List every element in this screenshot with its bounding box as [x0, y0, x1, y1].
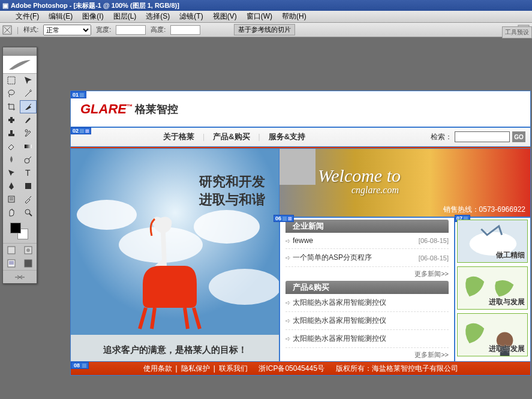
history-brush-tool[interactable] — [20, 127, 37, 140]
slice-tag-06[interactable]: 06⊠ — [273, 215, 294, 222]
dodge-tool[interactable] — [20, 153, 37, 166]
svg-rect-5 — [10, 117, 13, 123]
footer-privacy[interactable]: 隐私保护 — [180, 364, 211, 374]
zoom-tool[interactable] — [20, 206, 37, 219]
width-input[interactable] — [116, 25, 146, 35]
tool-preset-icon[interactable] — [2, 25, 12, 35]
footer-terms[interactable]: 使用条款 — [142, 364, 173, 374]
wand-tool[interactable] — [20, 87, 37, 100]
svg-point-10 — [25, 158, 29, 163]
arrow-icon: ➪ — [285, 238, 290, 244]
menu-file[interactable]: 文件(F) — [12, 10, 43, 23]
eraser-tool[interactable] — [3, 140, 20, 153]
options-bar: | 样式: 正常 宽度: 高度: 基于参考线的切片 — [0, 23, 532, 37]
app-title: Adobe Photoshop - [未标题-1 @ 100% (图层 1, R… — [11, 1, 179, 10]
nav-products[interactable]: 产品&购买 — [205, 131, 258, 142]
canvas-area[interactable]: 01 GLARE™ 格莱智控 02⊠ 关于格莱 | 产品&购买 | 服务&支持 … — [43, 47, 532, 399]
pen-tool[interactable] — [3, 179, 20, 193]
slice-tag-08[interactable]: 08 — [71, 362, 89, 369]
blur-tool[interactable] — [3, 153, 20, 166]
page-header: GLARE™ 格莱智控 — [71, 91, 530, 127]
slice-tool[interactable] — [20, 100, 37, 113]
svg-rect-19 — [9, 261, 14, 265]
style-select[interactable]: 正常 — [43, 25, 91, 35]
eyedropper-tool[interactable] — [20, 193, 37, 206]
product-item[interactable]: ➪ 太阳能热水器家用智能测控仪 — [285, 312, 449, 330]
svg-rect-9 — [25, 145, 32, 148]
hero-banner: 03 05 — [71, 149, 279, 362]
search-input[interactable] — [455, 131, 510, 142]
screen-mode-std-icon[interactable] — [3, 257, 20, 270]
footer-contact[interactable]: 联系我们 — [218, 364, 249, 374]
slice-tag-02[interactable]: 02⊠ — [71, 127, 91, 134]
hero-tagline-1: 研究和开发 — [199, 173, 265, 191]
product-item[interactable]: ➪ 太阳能热水器家用智能测控仪 — [285, 294, 449, 312]
photoshop-feather-icon — [3, 56, 37, 74]
tool-presets-panel-tab[interactable]: 工具预设 — [502, 26, 532, 38]
nav-service[interactable]: 服务&支持 — [260, 131, 314, 142]
color-swatches[interactable] — [3, 219, 37, 243]
menu-select[interactable]: 选择(S) — [142, 10, 173, 23]
side-card-3[interactable]: 进取与发展 — [457, 313, 528, 356]
side-card-1[interactable]: 做工精细 — [457, 220, 528, 263]
healing-tool[interactable] — [3, 113, 20, 127]
hand-tool[interactable] — [3, 206, 20, 219]
height-input[interactable] — [170, 25, 200, 35]
svg-rect-2 — [8, 77, 15, 84]
svg-point-8 — [25, 130, 28, 132]
gradient-tool[interactable] — [20, 140, 37, 153]
menu-view[interactable]: 视图(V) — [209, 10, 241, 23]
type-tool[interactable]: T — [20, 166, 37, 179]
svg-point-17 — [26, 248, 30, 252]
more-products-link[interactable]: 更多新闻>> — [285, 348, 449, 362]
svg-rect-20 — [25, 260, 32, 267]
hotline: 销售热线：0573-6966922 — [443, 205, 525, 215]
standard-mode-icon[interactable] — [3, 244, 20, 257]
jump-to-imageready-icon[interactable] — [3, 270, 37, 283]
svg-rect-13 — [8, 196, 14, 202]
shape-tool[interactable] — [20, 179, 37, 193]
height-label: 高度: — [151, 25, 166, 34]
brush-tool[interactable] — [20, 113, 37, 127]
marquee-tool[interactable] — [3, 74, 20, 87]
nav-about[interactable]: 关于格莱 — [155, 131, 203, 142]
path-select-tool[interactable] — [3, 166, 20, 179]
quickmask-mode-icon[interactable] — [20, 244, 37, 257]
slice-tag-01[interactable]: 01 — [71, 91, 86, 98]
crop-tool[interactable] — [3, 100, 20, 113]
menu-window[interactable]: 窗口(W) — [243, 10, 276, 23]
width-label: 宽度: — [96, 25, 111, 34]
news-section-head: 企业新闻 — [285, 220, 449, 233]
stamp-tool[interactable] — [3, 127, 20, 140]
welcome-subtitle: cnglare.com — [351, 185, 399, 196]
side-card-caption: 进取与发展 — [489, 344, 525, 354]
menu-image[interactable]: 图像(I) — [79, 10, 107, 23]
footer-icp: 浙ICP备05045445号 — [257, 364, 325, 374]
screen-mode-full-icon[interactable] — [20, 257, 37, 270]
arrow-icon: ➪ — [285, 317, 290, 324]
menu-edit[interactable]: 编辑(E) — [45, 10, 76, 23]
arrow-icon: ➪ — [285, 254, 290, 261]
more-news-link[interactable]: 更多新闻>> — [285, 267, 449, 281]
svg-point-25 — [209, 269, 279, 305]
svg-rect-7 — [8, 134, 14, 136]
product-item[interactable]: ➪ 太阳能热水器家用智能测控仪 — [285, 330, 449, 348]
notes-tool[interactable] — [3, 193, 20, 206]
news-column: 06⊠ 企业新闻 ➪ fewwe [06-08-15] ➪ 一个简单的ASP分页… — [279, 217, 455, 362]
svg-point-14 — [25, 209, 30, 214]
go-button[interactable]: GO — [512, 131, 525, 142]
side-card-2[interactable]: 进取与发展 — [457, 266, 528, 310]
news-item[interactable]: ➪ fewwe [06-08-15] — [285, 233, 449, 249]
slice-chip[interactable]: 基于参考线的切片 — [234, 24, 295, 35]
menu-help[interactable]: 帮助(H) — [278, 10, 310, 23]
news-item[interactable]: ➪ 一个简单的ASP分页程序 [06-08-15] — [285, 249, 449, 267]
welcome-title: Welcome to — [318, 166, 401, 186]
menu-filter[interactable]: 滤镜(T) — [176, 10, 206, 23]
toolbox-drag-handle[interactable] — [3, 47, 37, 56]
foreground-color-swatch[interactable] — [10, 223, 21, 233]
move-tool[interactable] — [20, 74, 37, 87]
arrow-icon: ➪ — [285, 335, 290, 342]
menu-layer[interactable]: 图层(L) — [110, 10, 140, 23]
lasso-tool[interactable] — [3, 87, 20, 100]
side-card-caption: 做工精细 — [496, 250, 525, 260]
